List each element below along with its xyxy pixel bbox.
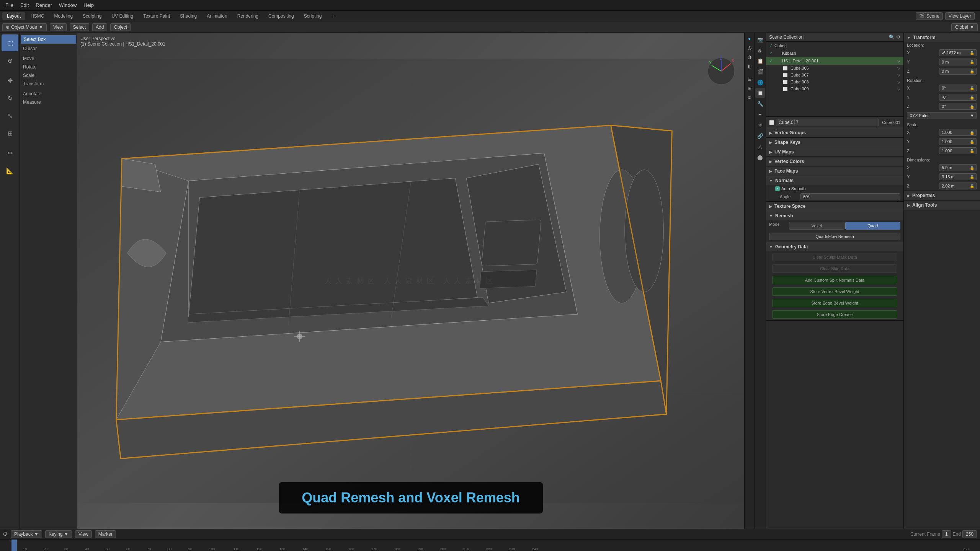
scale-z-value[interactable]: 1.000 🔒 <box>939 147 977 154</box>
props-tab-constraints[interactable]: 🔗 <box>755 131 765 141</box>
props-tab-physics[interactable]: ⚛ <box>755 120 765 130</box>
rot-mode-dropdown[interactable]: XYZ Euler ▼ <box>907 112 977 119</box>
item-cube008[interactable]: ⬜ Cube.008 ▽ <box>766 78 903 85</box>
tab-add[interactable]: + <box>327 12 339 20</box>
loc-z-lock-icon[interactable]: 🔒 <box>970 69 974 73</box>
vertex-groups-header[interactable]: ▶ Vertex Groups <box>766 128 903 137</box>
quadflow-remesh-btn[interactable]: QuadriFlow Remesh <box>769 233 900 240</box>
tool-transform[interactable]: ⊞ <box>2 125 18 142</box>
scale-x-value[interactable]: 1.000 🔒 <box>939 129 977 136</box>
props-tab-object[interactable]: 🔲 <box>755 88 765 98</box>
store-edge-crease-btn[interactable]: Store Edge Crease <box>772 310 897 319</box>
tool-icon-c[interactable]: ≡ <box>745 93 754 102</box>
tab-sculpting[interactable]: Sculpting <box>78 12 106 20</box>
tool-cursor[interactable]: ⊕ <box>2 52 18 69</box>
tool-icon-b[interactable]: ⊞ <box>745 84 754 93</box>
item-cube007[interactable]: ⬜ Cube.007 ▽ <box>766 72 903 78</box>
marker-btn[interactable]: Marker <box>95 530 116 538</box>
object-menu[interactable]: Object <box>110 23 131 31</box>
scale-y-lock-icon[interactable]: 🔒 <box>970 140 974 144</box>
n-properties-header[interactable]: ▶ Properties <box>904 191 980 200</box>
rot-y-value[interactable]: -0° 🔒 <box>939 94 977 101</box>
collection-cubes[interactable]: ✓ Cubes <box>766 42 903 49</box>
tool-annotate[interactable]: ✏ <box>2 145 18 161</box>
tab-uv-editing[interactable]: UV Editing <box>107 12 138 20</box>
scale-z-lock-icon[interactable]: 🔒 <box>970 149 974 153</box>
scale-x-lock-icon[interactable]: 🔒 <box>970 130 974 135</box>
loc-z-value[interactable]: 0 m 🔒 <box>939 68 977 75</box>
normals-header[interactable]: ▼ Normals <box>766 176 903 185</box>
view-timeline-btn[interactable]: View <box>75 530 92 538</box>
tab-modeling[interactable]: Modeling <box>49 12 77 20</box>
scale-label[interactable]: Scale <box>20 71 77 80</box>
dim-z-lock-icon[interactable]: 🔒 <box>970 184 974 188</box>
n-transform-header[interactable]: ▼ Transform <box>904 33 980 42</box>
add-custom-split-btn[interactable]: Add Custom Split Normals Data <box>772 276 897 284</box>
n-align-tools-header[interactable]: ▶ Align Tools <box>904 201 980 210</box>
dim-x-value[interactable]: 5.9 m 🔒 <box>939 164 977 171</box>
tab-hsmc[interactable]: HSMC <box>26 12 49 20</box>
view-layer-selector[interactable]: View Layer <box>945 12 975 20</box>
loc-x-lock-icon[interactable]: 🔒 <box>970 51 974 55</box>
rotate-label[interactable]: Rotate <box>20 63 77 71</box>
timeline-ruler[interactable]: 1 10 20 30 40 50 60 70 80 90 100 110 120… <box>0 540 980 551</box>
scene-selector[interactable]: 🎬 Scene <box>916 12 943 20</box>
uv-maps-header[interactable]: ▶ UV Maps <box>766 147 903 156</box>
tab-texture-paint[interactable]: Texture Paint <box>139 12 175 20</box>
geometry-data-header[interactable]: ▼ Geometry Data <box>766 242 903 251</box>
tool-icon-a[interactable]: ⊟ <box>745 75 754 83</box>
menu-edit[interactable]: Edit <box>17 2 32 9</box>
remesh-header[interactable]: ▼ Remesh <box>766 211 903 220</box>
tab-rendering[interactable]: Rendering <box>233 12 263 20</box>
tab-animation[interactable]: Animation <box>202 12 232 20</box>
tab-scripting[interactable]: Scripting <box>299 12 327 20</box>
clear-sculpt-mask-btn[interactable]: Clear Sculpt-Mask Data <box>772 253 897 261</box>
loc-y-value[interactable]: 0 m 🔒 <box>939 59 977 65</box>
viewport[interactable]: 人人素材区 人人素材区 人人素材区 <box>77 33 744 529</box>
props-tab-render[interactable]: 📷 <box>755 34 765 44</box>
props-tab-material[interactable]: ⬤ <box>755 152 765 162</box>
props-tab-modifiers[interactable]: 🔧 <box>755 99 765 109</box>
scene-outline-list[interactable]: ✓ Cubes ✓ Kitbash ✓ HS1_Detail_20.001 ▽ … <box>766 42 903 92</box>
tool-select-box[interactable]: ⬚ <box>2 34 18 51</box>
add-menu[interactable]: Add <box>92 23 107 31</box>
viewport-shading-wire[interactable]: ◎ <box>745 44 754 52</box>
clear-skin-btn[interactable]: Clear Skin Data <box>772 264 897 273</box>
vertex-colors-header[interactable]: ▶ Vertex Colors <box>766 157 903 166</box>
rot-z-lock-icon[interactable]: 🔒 <box>970 104 974 109</box>
annotate-label[interactable]: Annotate <box>20 90 77 98</box>
select-box-label[interactable]: Select Box <box>21 35 76 44</box>
menu-help[interactable]: Help <box>80 2 97 9</box>
tab-compositing[interactable]: Compositing <box>264 12 299 20</box>
remesh-quad-btn[interactable]: Quad <box>845 222 901 230</box>
outline-filter-icon[interactable]: 🔍 <box>889 34 895 40</box>
view-menu[interactable]: View <box>50 23 67 31</box>
end-frame-field[interactable]: 250 <box>962 530 977 538</box>
outline-settings-icon[interactable]: ⚙ <box>896 34 900 40</box>
props-tab-view-layer[interactable]: 📋 <box>755 56 765 66</box>
cursor-label[interactable]: Cursor <box>20 44 77 53</box>
shape-keys-header[interactable]: ▶ Shape Keys <box>766 138 903 147</box>
keying-btn[interactable]: Keying ▼ <box>45 530 72 538</box>
dim-y-lock-icon[interactable]: 🔒 <box>970 175 974 179</box>
rot-x-lock-icon[interactable]: 🔒 <box>970 86 974 90</box>
viewport-shading-solid[interactable]: ● <box>745 34 754 43</box>
menu-window[interactable]: Window <box>56 2 80 9</box>
props-tab-output[interactable]: 🖨 <box>755 45 765 55</box>
object-name-input[interactable] <box>776 119 879 126</box>
select-menu[interactable]: Select <box>70 23 89 31</box>
tool-scale[interactable]: ⤡ <box>2 107 18 124</box>
move-label[interactable]: Move <box>20 54 77 63</box>
tool-rotate[interactable]: ↻ <box>2 90 18 106</box>
tab-layout[interactable]: Layout <box>2 12 25 20</box>
current-frame-field[interactable]: 1 <box>942 530 951 538</box>
props-tab-scene[interactable]: 🎬 <box>755 67 765 77</box>
item-hs1[interactable]: ✓ HS1_Detail_20.001 ▽ <box>766 57 903 65</box>
texture-space-header[interactable]: ▶ Texture Space <box>766 202 903 211</box>
remesh-voxel-btn[interactable]: Voxel <box>789 222 844 230</box>
face-maps-header[interactable]: ▶ Face Maps <box>766 166 903 176</box>
props-tab-world[interactable]: 🌐 <box>755 77 765 87</box>
store-edge-bevel-btn[interactable]: Store Edge Bevel Weight <box>772 299 897 307</box>
scale-y-value[interactable]: 1.000 🔒 <box>939 138 977 145</box>
global-selector[interactable]: Global ▼ <box>951 23 978 31</box>
